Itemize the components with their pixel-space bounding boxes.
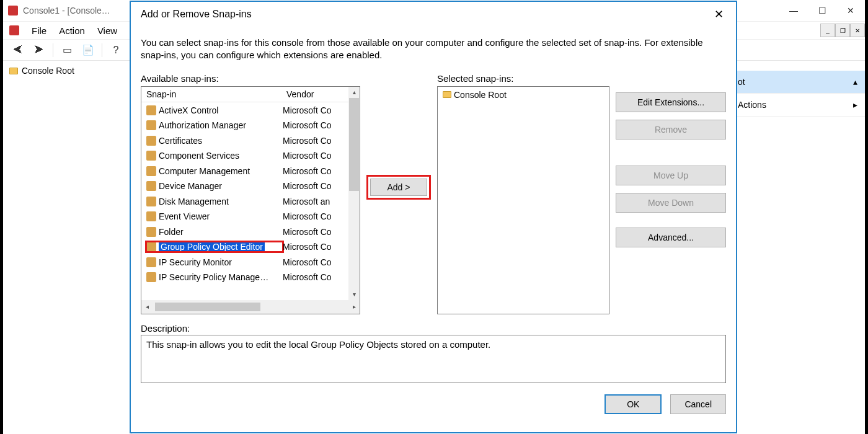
snapin-icon [146,197,156,206]
scroll-right-icon[interactable]: ▸ [348,301,360,312]
advanced-button[interactable]: Advanced... [616,228,726,247]
snapin-row[interactable]: Device ManagerMicrosoft Co [141,179,348,194]
snapin-name: Folder [159,227,184,237]
mmc-doc-icon [9,25,19,35]
available-snapins-list[interactable]: Snap-in Vendor ActiveX ControlMicrosoft … [141,86,360,314]
menu-action[interactable]: Action [59,25,85,36]
folder-icon [9,68,18,74]
scroll-thumb[interactable] [349,98,359,191]
actions-row-more[interactable]: Actions ▸ [730,94,865,117]
tree-root-label: Console Root [22,66,74,76]
snapin-row[interactable]: Disk ManagementMicrosoft an [141,194,348,210]
menu-view[interactable]: View [97,25,117,36]
dialog-titlebar: Add or Remove Snap-ins ✕ [131,2,736,27]
add-button-highlight: Add > [366,175,431,200]
chevron-right-icon: ▸ [853,100,857,110]
minimize-button[interactable]: — [779,0,808,21]
snapin-icon [146,242,156,252]
snapin-name: Computer Management [159,166,250,176]
snapin-row[interactable]: ActiveX ControlMicrosoft Co [141,103,348,118]
snapin-row[interactable]: Authorization ManagerMicrosoft Co [141,118,348,133]
help-button[interactable]: ? [107,42,125,59]
ok-button[interactable]: OK [604,394,662,414]
move-up-button[interactable]: Move Up [616,166,726,185]
scroll-up-icon[interactable]: ▴ [348,87,360,98]
snapin-vendor: Microsoft Co [283,242,343,252]
actions-root-label: ot [738,77,745,87]
snapin-vendor: Microsoft Co [283,227,343,237]
snapin-row[interactable]: CertificatesMicrosoft Co [141,133,348,149]
scroll-left-icon[interactable]: ◂ [141,301,153,312]
description-label: Description: [141,323,726,334]
move-down-button[interactable]: Move Down [616,193,726,213]
remove-button[interactable]: Remove [616,120,726,140]
cancel-button[interactable]: Cancel [670,394,726,414]
snapin-vendor: Microsoft Co [283,151,343,161]
toolbar-separator [102,43,102,57]
snapin-icon [146,105,156,115]
snapin-row[interactable]: IP Security Policy Manage…Microsoft Co [141,270,348,285]
snapin-vendor: Microsoft Co [283,211,343,221]
snapin-row[interactable]: Group Policy Object EditorMicrosoft Co [141,239,348,255]
snapin-icon [146,211,156,221]
snapin-vendor: Microsoft Co [283,120,343,130]
snapin-icon [146,181,156,191]
mmc-app-icon [8,6,18,16]
close-button[interactable]: ✕ [836,0,865,21]
show-hide-tree-button[interactable]: ▭ [58,42,76,59]
snapin-icon [146,136,156,146]
col-snapin[interactable]: Snap-in [146,89,286,99]
snapin-row[interactable]: IP Security MonitorMicrosoft Co [141,255,348,270]
edit-extensions-button[interactable]: Edit Extensions... [616,92,726,112]
snapin-row[interactable]: Event ViewerMicrosoft Co [141,209,348,224]
description-box: This snap-in allows you to edit the loca… [141,335,726,383]
snapin-name: IP Security Policy Manage… [159,272,268,282]
snapin-row[interactable]: FolderMicrosoft Co [141,224,348,240]
collapse-icon: ▴ [853,77,857,87]
mdi-close-button[interactable]: ✕ [850,24,865,37]
col-vendor[interactable]: Vendor [286,89,314,99]
folder-icon [443,91,451,98]
actions-row-root[interactable]: ot ▴ [730,71,865,94]
mdi-restore-button[interactable]: ❐ [835,24,850,37]
available-header-row[interactable]: Snap-in Vendor [141,87,360,102]
snapin-name: Component Services [159,151,239,161]
snapin-name: Group Policy Object Editor [159,242,265,252]
snapin-vendor: Microsoft Co [283,136,343,146]
dialog-title: Add or Remove Snap-ins [141,9,252,20]
snapin-name: Device Manager [159,181,222,191]
snapin-row[interactable]: Computer ManagementMicrosoft Co [141,164,348,179]
snapin-name: Event Viewer [159,211,210,221]
add-button[interactable]: Add > [370,179,427,196]
actions-header [730,61,865,71]
snapin-vendor: Microsoft Co [283,105,343,115]
horizontal-scrollbar[interactable]: ◂ ▸ [141,300,360,314]
snapin-icon [146,272,156,282]
scroll-down-icon[interactable]: ▾ [348,289,360,300]
mmc-title: Console1 - [Console… [23,6,110,16]
snapin-icon [146,120,156,130]
snapin-name: Certificates [159,136,202,146]
hscroll-thumb[interactable] [155,303,260,311]
snapin-row[interactable]: Component ServicesMicrosoft Co [141,148,348,164]
snapin-vendor: Microsoft Co [283,181,343,191]
snapin-name: Disk Management [159,197,229,206]
actions-pane: ot ▴ Actions ▸ [730,61,865,434]
tree-console-root[interactable]: Console Root [7,64,128,77]
export-list-button[interactable]: 📄 [79,42,97,59]
back-button[interactable]: ⮜ [9,42,27,59]
selected-root-label: Console Root [454,90,507,100]
vertical-scrollbar[interactable]: ▴ ▾ [348,87,360,300]
console-tree-pane[interactable]: Console Root [3,61,132,434]
menu-file[interactable]: File [32,25,46,36]
dialog-close-button[interactable]: ✕ [706,4,731,24]
selected-root-item[interactable]: Console Root [438,87,609,103]
forward-button[interactable]: ⮞ [30,42,48,59]
mdi-minimize-button[interactable]: _ [820,24,835,37]
selected-snapins-list[interactable]: Console Root [437,86,609,314]
snapin-vendor: Microsoft Co [283,272,343,282]
actions-more-label: Actions [738,100,766,110]
snapin-vendor: Microsoft Co [283,166,343,176]
snapin-vendor: Microsoft an [283,197,343,206]
maximize-button[interactable]: ☐ [808,0,836,21]
